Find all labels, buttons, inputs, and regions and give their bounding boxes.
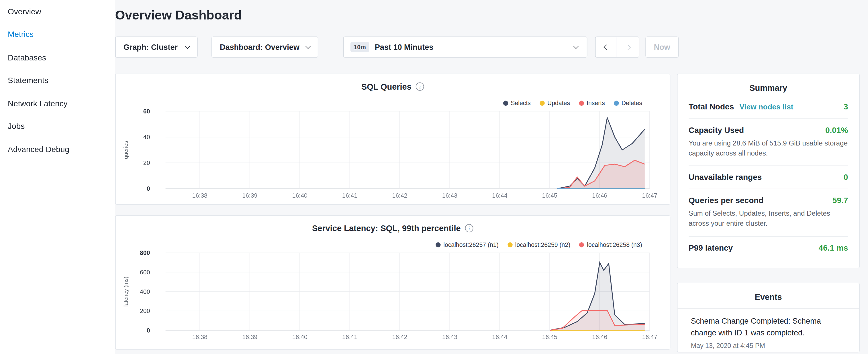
summary-value: 3 [844, 102, 848, 111]
chart-legend: SelectsUpdatesInsertsDeletes [503, 100, 642, 106]
sidebar-item-databases[interactable]: Databases [0, 46, 115, 69]
summary-row-unavailable-ranges: Unavailable ranges0 [689, 165, 848, 189]
x-tick-label: 16:44 [492, 334, 507, 341]
event-item[interactable]: Schema Change Completed: Schema change w… [691, 315, 846, 350]
x-tick-label: 16:38 [192, 334, 208, 341]
sidebar-item-metrics[interactable]: Metrics [0, 23, 115, 46]
chart-canvas: 16:3816:3916:4016:4116:4216:4316:4416:45… [116, 249, 671, 346]
legend-label: Deletes [622, 100, 642, 106]
x-tick-label: 16:39 [242, 192, 257, 199]
now-button[interactable]: Now [645, 36, 679, 57]
summary-label: Unavailable ranges [689, 173, 762, 182]
service-latency-chart-card: Service Latency: SQL, 99th percentile i … [115, 215, 670, 349]
legend-dot [436, 242, 440, 247]
summary-description: Sum of Selects, Updates, Inserts, and De… [689, 209, 848, 229]
legend-label: localhost:26258 (n3) [587, 241, 642, 248]
summary-label: P99 latency [689, 243, 733, 252]
legend-item-selects[interactable]: Selects [503, 100, 531, 106]
time-next-button[interactable] [617, 36, 639, 57]
time-range-selector[interactable]: 10m Past 10 Minutes [343, 36, 587, 57]
event-message: Schema Change Completed: Schema change w… [691, 315, 829, 339]
page-title: Overview Dashboard [115, 8, 242, 23]
info-icon[interactable]: i [465, 224, 473, 232]
legend-dot [614, 100, 619, 105]
summary-label: Capacity Used [689, 125, 744, 134]
x-tick-label: 16:40 [292, 334, 308, 341]
summary-label: Queries per second [689, 196, 764, 205]
x-tick-label: 16:38 [192, 192, 208, 199]
summary-row-total-nodes: Total NodesView nodes list3 [689, 96, 848, 118]
x-tick-label: 16:45 [542, 192, 557, 199]
events-panel: Events Schema Change Completed: Schema c… [677, 283, 859, 352]
summary-title: Summary [677, 74, 859, 93]
chevron-right-icon [625, 44, 631, 50]
summary-value: 0 [844, 173, 848, 182]
x-tick-label: 16:46 [592, 334, 607, 341]
chart-header: SQL Queries i [116, 74, 670, 91]
x-tick-label: 16:42 [392, 334, 407, 341]
summary-value: 46.1 ms [819, 243, 848, 252]
summary-row-capacity-used: Capacity Used0.01%You are using 28.6 MiB… [689, 118, 848, 165]
y-axis-label: queries [123, 141, 129, 159]
legend-item-updates[interactable]: Updates [539, 100, 570, 106]
legend-item-deletes[interactable]: Deletes [614, 100, 642, 106]
sidebar-item-statements[interactable]: Statements [0, 69, 115, 92]
info-icon[interactable]: i [416, 83, 424, 91]
x-tick-label: 16:46 [592, 192, 607, 199]
dashboard-dropdown-label: Dashboard: Overview [220, 43, 300, 52]
chevron-down-icon [305, 43, 311, 49]
chart-title: Service Latency: SQL, 99th percentile [312, 223, 461, 233]
event-timestamp: May 13, 2020 at 4:45 PM [691, 342, 846, 350]
x-tick-label: 16:43 [442, 334, 457, 341]
time-range-badge: 10m [350, 42, 369, 52]
sidebar-item-jobs[interactable]: Jobs [0, 115, 115, 138]
legend-item-localhost-26257-n1[interactable]: localhost:26257 (n1) [436, 241, 499, 248]
chevron-down-icon [573, 43, 579, 49]
legend-item-localhost-26258-n3[interactable]: localhost:26258 (n3) [579, 241, 642, 248]
x-tick-label: 16:42 [392, 192, 407, 199]
sidebar-item-advanced-debug[interactable]: Advanced Debug [0, 138, 115, 161]
summary-row-queries-per-second: Queries per second59.7Sum of Selects, Up… [689, 189, 848, 236]
legend-item-inserts[interactable]: Inserts [579, 100, 605, 106]
sidebar-nav: OverviewMetricsDatabasesStatementsNetwor… [0, 0, 115, 354]
y-tick-label: 400 [140, 288, 150, 295]
time-prev-button[interactable] [595, 36, 617, 57]
summary-panel: Summary Total NodesView nodes list3Capac… [677, 74, 859, 268]
chart-title: SQL Queries [361, 82, 411, 91]
y-tick-label: 60 [143, 108, 150, 115]
y-tick-label: 0 [147, 327, 150, 334]
legend-dot [503, 100, 508, 105]
legend-dot [507, 242, 513, 247]
x-tick-label: 16:40 [292, 192, 308, 199]
x-tick-label: 16:43 [442, 192, 457, 199]
legend-item-localhost-26259-n2[interactable]: localhost:26259 (n2) [507, 241, 570, 248]
y-tick-label: 800 [140, 250, 150, 257]
chevron-left-icon [603, 44, 609, 50]
dashboard-dropdown[interactable]: Dashboard: Overview [212, 36, 318, 57]
y-tick-label: 40 [143, 134, 150, 141]
view-nodes-list-link[interactable]: View nodes list [740, 103, 794, 111]
y-axis-label: latency (ms) [123, 277, 129, 307]
summary-value: 0.01% [825, 125, 848, 134]
legend-dot [579, 100, 584, 105]
time-range-label: Past 10 Minutes [375, 43, 433, 52]
sidebar-item-overview[interactable]: Overview [0, 0, 115, 23]
summary-rows: Total NodesView nodes list3Capacity Used… [677, 93, 859, 259]
chart-legend: localhost:26257 (n1)localhost:26259 (n2)… [436, 241, 642, 248]
events-list: Schema Change Completed: Schema change w… [677, 309, 859, 350]
chart-header: Service Latency: SQL, 99th percentile i [116, 216, 670, 233]
x-tick-label: 16:45 [542, 334, 557, 341]
graph-dropdown[interactable]: Graph: Cluster [115, 36, 198, 57]
x-tick-label: 16:47 [642, 192, 657, 199]
x-tick-label: 16:39 [242, 334, 257, 341]
summary-description: You are using 28.6 MiB of 515.9 GiB usab… [689, 138, 848, 158]
y-tick-label: 200 [140, 308, 150, 315]
legend-dot [539, 100, 545, 105]
legend-label: localhost:26259 (n2) [515, 241, 570, 248]
x-tick-label: 16:41 [342, 192, 358, 199]
sql-queries-chart-card: SQL Queries i SelectsUpdatesInsertsDelet… [115, 74, 670, 205]
y-tick-label: 0 [147, 185, 150, 192]
legend-dot [579, 242, 584, 247]
sidebar-item-network-latency[interactable]: Network Latency [0, 92, 115, 115]
x-tick-label: 16:41 [342, 334, 358, 341]
